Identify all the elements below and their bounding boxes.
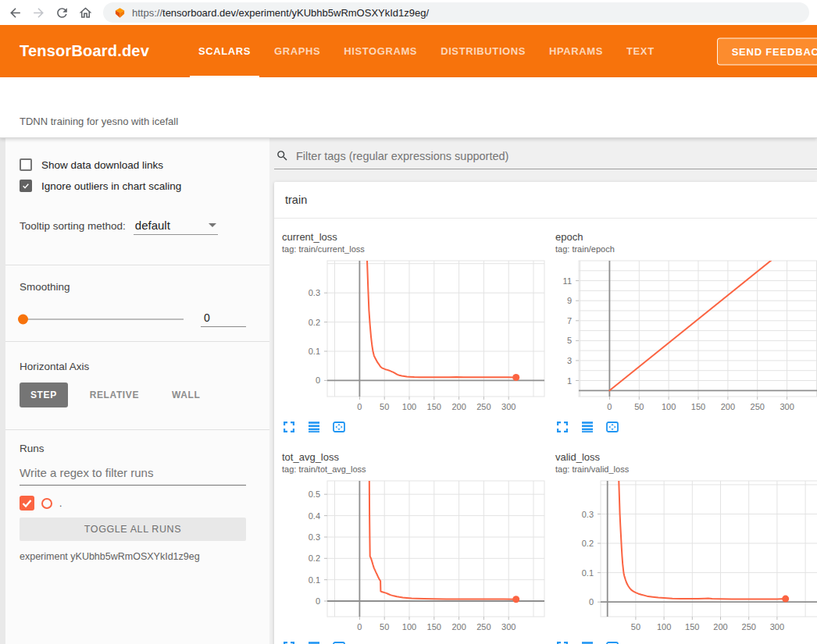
run-row: . xyxy=(20,496,246,511)
tab-histograms[interactable]: HISTOGRAMS xyxy=(332,25,429,77)
back-icon[interactable] xyxy=(5,2,25,23)
svg-text:1: 1 xyxy=(567,376,572,386)
ignore-outliers-label: Ignore outliers in chart scaling xyxy=(41,180,181,192)
runs-filter-input[interactable]: Write a regex to filter runs xyxy=(20,466,246,486)
svg-text:50: 50 xyxy=(631,622,640,632)
tooltip-sort-select[interactable]: default xyxy=(134,219,218,235)
refresh-icon[interactable] xyxy=(52,2,72,23)
train-group-header[interactable]: train xyxy=(274,182,817,219)
tensorboard-favicon xyxy=(114,7,126,19)
svg-text:100: 100 xyxy=(402,402,416,411)
svg-text:200: 200 xyxy=(451,402,466,411)
fit-domain-icon[interactable] xyxy=(605,420,619,434)
svg-text:200: 200 xyxy=(721,402,735,411)
data-table-icon[interactable] xyxy=(580,640,594,644)
svg-text:5: 5 xyxy=(567,336,572,345)
svg-text:150: 150 xyxy=(691,402,705,411)
smoothing-value-input[interactable]: 0 xyxy=(201,311,246,327)
fullscreen-icon[interactable] xyxy=(555,420,569,434)
svg-text:250: 250 xyxy=(751,402,765,411)
chart-plot-epoch[interactable]: 0501001502002503001357911 xyxy=(555,259,817,415)
tab-scalars[interactable]: SCALARS xyxy=(187,25,262,77)
chart-title: valid_loss xyxy=(555,451,817,463)
svg-text:100: 100 xyxy=(662,402,676,411)
fullscreen-icon[interactable] xyxy=(282,420,296,434)
svg-text:300: 300 xyxy=(770,622,784,632)
forward-icon[interactable] xyxy=(28,2,48,23)
data-table-icon[interactable] xyxy=(307,420,321,434)
svg-text:150: 150 xyxy=(427,622,441,632)
haxis-button-relative[interactable]: RELATIVE xyxy=(79,382,150,407)
experiment-title: TDNN training for yesno with icefall xyxy=(20,116,178,127)
svg-text:0.5: 0.5 xyxy=(309,489,320,499)
run-checkbox[interactable] xyxy=(20,496,34,511)
svg-text:200: 200 xyxy=(713,622,727,632)
fit-domain-icon[interactable] xyxy=(332,640,346,644)
brand-logo: TensorBoard.dev xyxy=(20,42,149,60)
app-window: https://tensorboard.dev/experiment/yKUbh… xyxy=(0,0,817,644)
browser-toolbar: https://tensorboard.dev/experiment/yKUbh… xyxy=(0,0,817,25)
svg-text:0: 0 xyxy=(316,375,320,385)
tab-text[interactable]: TEXT xyxy=(615,25,666,77)
svg-text:3: 3 xyxy=(567,356,572,365)
home-icon[interactable] xyxy=(75,2,95,23)
tag-filter[interactable]: Filter tags (regular expressions support… xyxy=(274,148,817,169)
tab-hparams[interactable]: HPARAMS xyxy=(537,25,615,77)
horizontal-axis-label: Horizontal Axis xyxy=(20,361,246,372)
chart-card-valid_loss: valid_losstag: train/valid_loss501001502… xyxy=(555,451,817,644)
smoothing-slider[interactable] xyxy=(20,318,184,320)
svg-text:50: 50 xyxy=(634,402,644,411)
svg-text:150: 150 xyxy=(427,402,441,411)
svg-text:0.2: 0.2 xyxy=(309,553,320,563)
data-table-icon[interactable] xyxy=(580,420,594,434)
charts-grid: current_losstag: train/current_loss05010… xyxy=(274,219,817,644)
ignore-outliers-checkbox[interactable] xyxy=(20,180,32,192)
tensorboard-header: TensorBoard.dev SCALARSGRAPHSHISTOGRAMSD… xyxy=(0,25,817,77)
chart-plot-current_loss[interactable]: 05010015020025030000.10.20.3 xyxy=(282,259,548,415)
svg-text:250: 250 xyxy=(476,622,491,632)
svg-text:0: 0 xyxy=(357,622,362,632)
svg-text:7: 7 xyxy=(567,316,572,326)
show-download-links-checkbox[interactable] xyxy=(20,158,32,171)
address-bar[interactable]: https://tensorboard.dev/experiment/yKUbh… xyxy=(103,2,809,23)
fullscreen-icon[interactable] xyxy=(282,640,296,644)
tab-distributions[interactable]: DISTRIBUTIONS xyxy=(429,25,537,77)
experiment-banner: TDNN training for yesno with icefall xyxy=(0,77,817,138)
svg-text:0.3: 0.3 xyxy=(309,288,320,297)
svg-text:0.3: 0.3 xyxy=(309,532,320,542)
toggle-all-runs-button[interactable]: TOGGLE ALL RUNS xyxy=(20,518,246,541)
runs-label: Runs xyxy=(20,443,246,454)
haxis-button-wall[interactable]: WALL xyxy=(161,382,211,407)
show-download-links-label: Show data download links xyxy=(41,159,163,171)
chart-plot-tot_avg_loss[interactable]: 05010015020025030000.10.20.30.40.5 xyxy=(282,479,548,635)
send-feedback-button[interactable]: SEND FEEDBACK xyxy=(717,37,817,65)
smoothing-slider-thumb[interactable] xyxy=(18,315,28,325)
svg-text:300: 300 xyxy=(501,402,516,411)
url-text: https://tensorboard.dev/experiment/yKUbh… xyxy=(132,7,429,19)
chart-tag: tag: train/epoch xyxy=(555,244,817,254)
data-table-icon[interactable] xyxy=(307,640,321,644)
svg-text:0.3: 0.3 xyxy=(582,510,594,519)
fit-domain-icon[interactable] xyxy=(332,420,346,434)
svg-text:0.2: 0.2 xyxy=(309,318,320,327)
fullscreen-icon[interactable] xyxy=(555,640,569,644)
train-group-card: train current_losstag: train/current_los… xyxy=(274,182,817,644)
tab-graphs[interactable]: GRAPHS xyxy=(262,25,332,77)
svg-text:0.1: 0.1 xyxy=(582,568,594,578)
chart-tag: tag: train/valid_loss xyxy=(555,464,817,475)
chart-card-tot_avg_loss: tot_avg_losstag: train/tot_avg_loss05010… xyxy=(282,451,555,644)
haxis-button-step[interactable]: STEP xyxy=(20,382,68,407)
svg-text:100: 100 xyxy=(657,622,671,632)
chart-tag: tag: train/tot_avg_loss xyxy=(282,464,555,475)
svg-text:0: 0 xyxy=(589,597,594,607)
svg-text:0: 0 xyxy=(357,402,362,411)
chart-title: epoch xyxy=(555,231,817,243)
svg-text:0.1: 0.1 xyxy=(309,575,320,585)
fit-domain-icon[interactable] xyxy=(605,640,619,644)
svg-text:11: 11 xyxy=(563,276,572,286)
svg-text:250: 250 xyxy=(742,622,756,632)
settings-sidebar: Show data download links Ignore outliers… xyxy=(0,138,269,644)
chart-actions xyxy=(282,420,555,434)
run-color-circle[interactable] xyxy=(41,498,52,509)
chart-plot-valid_loss[interactable]: 5010015020025030000.10.20.3 xyxy=(555,479,817,635)
